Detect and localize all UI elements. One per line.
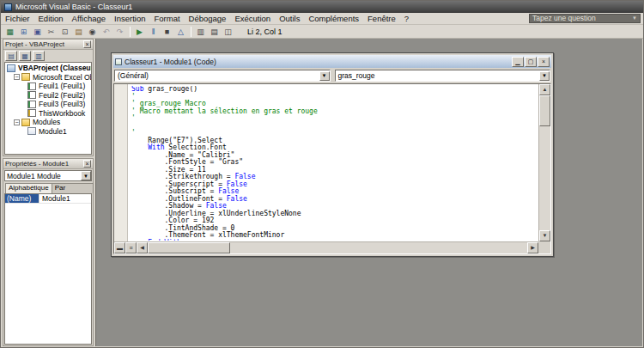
project-explorer-button[interactable]: ▥ (194, 26, 207, 38)
object-dropdown[interactable]: (Général) ▼ (114, 70, 331, 82)
scroll-left-icon[interactable]: ◀ (137, 242, 148, 253)
find-button[interactable]: ◉ (86, 26, 99, 38)
vertical-scrollbar[interactable]: ▲ ▼ (538, 84, 550, 241)
tree-item-module1[interactable]: Module1 (5, 127, 91, 137)
horizontal-scroll-track[interactable] (148, 242, 527, 253)
tree-item-vbaproject-classeur1[interactable]: VBAProject (Classeur1) (5, 64, 91, 73)
tree-item-label: Feuil3 (Feuil3) (39, 100, 85, 108)
chevron-down-icon[interactable]: ▼ (319, 71, 330, 81)
main-toolbar: ▦⊞▣✂⊡▤◉↶↷▶‖■△▥▤◫ Li 2, Col 1 (1, 25, 643, 39)
copy-button[interactable]: ⊡ (58, 26, 71, 38)
code-window: Classeur1 - Module1 (Code) ▁▢× (Général)… (111, 52, 554, 257)
minimize-button[interactable]: ▁ (512, 57, 524, 67)
properties-panel-header: Propriétés - Module1 × (3, 159, 93, 169)
tree-item-label: VBAProject (Classeur1) (18, 64, 91, 72)
cut-button[interactable]: ✂ (45, 26, 58, 38)
code-window-combos: (Général) ▼ gras_rouge ▼ (113, 68, 551, 83)
code-line (131, 123, 538, 131)
close-button[interactable]: × (538, 57, 550, 67)
property-row-name[interactable]: (Name)Module1 (5, 194, 91, 204)
tree-item-label: Modules (33, 118, 60, 126)
save-button[interactable]: ▣ (31, 26, 44, 38)
chevron-down-icon[interactable]: ▼ (81, 171, 91, 180)
tree-item-microsoft-excel-objets[interactable]: −Microsoft Excel Objets (5, 73, 91, 82)
maximize-button[interactable]: ▢ (525, 57, 537, 67)
tree-item-thisworkbook[interactable]: ThisWorkbook (5, 109, 91, 119)
menu-bar: FichierEditionAffichageInsertionFormatDé… (1, 13, 643, 25)
run-button[interactable]: ▶ (133, 26, 146, 38)
undo-button[interactable]: ↶ (100, 26, 112, 38)
code-editor[interactable]: Sub gras_rouge()'' gras_rouge Macro' Mac… (113, 83, 551, 254)
margin-indicator-bar (114, 84, 128, 241)
code-window-icon (115, 58, 122, 65)
procedure-dropdown[interactable]: gras_rouge ▼ (335, 70, 551, 82)
property-value-cell[interactable]: Module1 (39, 194, 91, 203)
menu-item-fen-tre[interactable]: Fenêtre (363, 13, 400, 25)
paste-button[interactable]: ▤ (72, 26, 85, 38)
workbook-icon (27, 109, 36, 117)
redo-button[interactable]: ↷ (113, 26, 126, 38)
toolbar-separator (191, 27, 191, 37)
close-icon[interactable]: × (83, 40, 91, 48)
object-dropdown-value: (Général) (118, 71, 149, 80)
procedure-view-icon[interactable]: ▬ (114, 242, 125, 253)
view-object-button[interactable]: ▦ (19, 51, 31, 61)
scroll-up-icon[interactable]: ▲ (539, 84, 550, 95)
properties-grid: (Name)Module1 (4, 193, 92, 345)
expander-icon[interactable]: − (14, 74, 20, 80)
menu-item-format[interactable]: Format (149, 13, 184, 25)
object-selector-combo[interactable]: Module1 Module ▼ (4, 170, 92, 181)
vertical-scroll-thumb[interactable] (539, 95, 550, 126)
folder-icon (21, 119, 30, 126)
code-line: .ThemeFont = xlThemeFontMinor (131, 232, 538, 240)
view-code-button[interactable]: ▤ (5, 51, 17, 61)
menu-item-affichage[interactable]: Affichage (68, 13, 110, 25)
scroll-right-icon[interactable]: ▶ (527, 242, 538, 253)
break-button[interactable]: ‖ (147, 26, 160, 38)
horizontal-scroll-thumb[interactable] (148, 242, 230, 253)
object-browser-button[interactable]: ◫ (222, 26, 234, 38)
toggle-folders-button[interactable]: ▥ (33, 51, 45, 61)
view-excel-button[interactable]: ▦ (3, 26, 16, 38)
design-mode-button[interactable]: △ (174, 26, 187, 38)
question-input[interactable]: Tapez une question ▼ (529, 14, 641, 23)
tab-alphab-tique[interactable]: Alphabétique (5, 183, 52, 193)
chevron-down-icon[interactable]: ▼ (539, 71, 550, 81)
menu-item-insertion[interactable]: Insertion (110, 13, 149, 25)
horizontal-scrollbar[interactable]: ▬ ≡ ◀ ▶ (114, 241, 538, 253)
code-lines[interactable]: Sub gras_rouge()'' gras_rouge Macro' Mac… (131, 86, 538, 241)
toolbar-buttons: ▦⊞▣✂⊡▤◉↶↷▶‖■△▥▤◫ (3, 26, 235, 38)
code-line: Sub gras_rouge() (131, 86, 538, 94)
menu-item-edition[interactable]: Edition (34, 13, 68, 25)
reset-button[interactable]: ■ (161, 26, 173, 38)
tree-item-feuil3-feuil3[interactable]: Feuil3 (Feuil3) (5, 100, 91, 109)
close-icon[interactable]: × (83, 160, 91, 168)
menu-item-compl-ments[interactable]: Compléments (304, 13, 363, 25)
module-icon (27, 127, 36, 135)
menu-item-ex-cution[interactable]: Exécution (230, 13, 275, 25)
expander-icon[interactable]: − (14, 119, 20, 125)
sheet-icon (27, 82, 36, 90)
code-line: ' (131, 115, 538, 123)
insert-userform-button[interactable]: ⊞ (17, 26, 30, 38)
tree-item-label: Feuil1 (Feuil1) (39, 82, 85, 90)
mdi-area: Classeur1 - Module1 (Code) ▁▢× (Général)… (95, 39, 642, 346)
tab-par-cat-gorie[interactable]: Par catégorie (52, 183, 94, 193)
menu-item-outils[interactable]: Outils (275, 13, 304, 25)
scroll-down-icon[interactable]: ▼ (539, 230, 550, 241)
menu-item-?[interactable]: ? (400, 13, 413, 25)
properties-window-button[interactable]: ▤ (208, 26, 221, 38)
tree-item-modules[interactable]: −Modules (5, 118, 91, 127)
tree-item-feuil2-feuil2[interactable]: Feuil2 (Feuil2) (5, 91, 91, 101)
menu-item-d-bogage[interactable]: Débogage (185, 13, 231, 25)
menu-item-fichier[interactable]: Fichier (1, 13, 34, 25)
project-panel-title: Projet - VBAProject (5, 40, 64, 48)
tree-item-feuil1-feuil1[interactable]: Feuil1 (Feuil1) (5, 82, 91, 91)
code-window-titlebar[interactable]: Classeur1 - Module1 (Code) ▁▢× (113, 55, 551, 68)
full-module-view-icon[interactable]: ≡ (125, 242, 137, 253)
menu-bar-items: FichierEditionAffichageInsertionFormatDé… (1, 13, 413, 25)
project-panel-buttons: ▤▦▥ (3, 50, 93, 62)
cursor-position-indicator: Li 2, Col 1 (247, 27, 283, 36)
code-window-title: Classeur1 - Module1 (Code) (125, 58, 216, 66)
property-name-cell[interactable]: (Name) (5, 194, 39, 203)
